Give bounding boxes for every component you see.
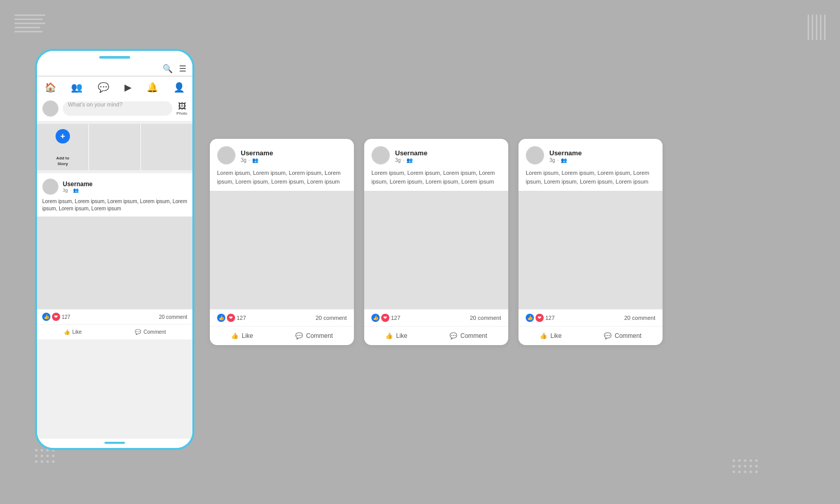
card-1-comments-count: 20 comment: [315, 315, 347, 321]
card-1-meta: 3g · 👥: [241, 157, 273, 163]
photo-icon: 🖼: [178, 102, 186, 111]
nav-messenger[interactable]: 💬: [98, 82, 109, 93]
nav-friends[interactable]: 👥: [71, 82, 82, 93]
card-2-reaction-icons: 👍 ❤ 127: [371, 314, 400, 322]
card-3-like-button[interactable]: 👍 Like: [529, 330, 572, 342]
card-3-user-info: Username 3g · 👥: [549, 148, 582, 163]
card-3-comment-button[interactable]: 💬 Comment: [594, 330, 652, 342]
card-2-actions: 👍 Like 💬 Comment: [364, 326, 508, 345]
dot: [744, 459, 746, 462]
deco-vline: [816, 14, 817, 40]
card-1-like-icon: 👍: [217, 314, 225, 322]
deco-vline: [812, 14, 813, 40]
card-3-privacy: 👥: [561, 157, 567, 163]
phone-notch: [99, 56, 130, 59]
compose-placeholder: What's on your mind?: [68, 101, 122, 107]
home-icon: 🏠: [45, 82, 56, 93]
post-text: Lorem ipsum, Lorem ipsum, Lorem ipsum, L…: [37, 198, 192, 217]
deco-line: [14, 23, 45, 24]
card-1-reactions-count: 127: [237, 315, 246, 321]
card-1-like-icon-btn: 👍: [231, 332, 239, 339]
decorative-vlines-topright: [808, 14, 826, 40]
nav-notifications[interactable]: 🔔: [147, 82, 158, 93]
deco-line: [14, 31, 43, 32]
card-3-like-icon: 👍: [526, 314, 534, 322]
like-reaction-icon: 👍: [42, 313, 50, 321]
phone-nav-icons: 🔍 ☰: [163, 64, 186, 74]
dot: [738, 471, 741, 473]
card-1-user-info: Username 3g · 👥: [241, 148, 273, 163]
card-2-meta: 3g · 👥: [395, 157, 427, 163]
messenger-icon: 💬: [98, 82, 109, 93]
post-time: 3g: [63, 188, 68, 193]
bell-icon: 🔔: [147, 82, 158, 93]
card-1-image: [210, 191, 354, 309]
card-1-comment-icon: 💬: [295, 332, 303, 339]
post-cards-area: Username 3g · 👥 Lorem ipsum, Lorem ipsum…: [210, 139, 663, 345]
card-1-dot: ·: [248, 157, 250, 163]
reactions-count: 127: [62, 314, 70, 320]
card-2-like-button[interactable]: 👍 Like: [375, 330, 418, 342]
profile-icon: 👤: [173, 82, 185, 93]
search-icon[interactable]: 🔍: [163, 64, 173, 74]
post-image: [37, 217, 192, 309]
dot: [755, 459, 758, 462]
card-2-comments-count: 20 comment: [470, 315, 501, 321]
dot-grid-bottomleft: [35, 449, 55, 463]
like-button[interactable]: 👍 Like: [53, 327, 92, 337]
dot: [755, 471, 758, 473]
card-3-username: Username: [549, 149, 582, 157]
reaction-icons: 👍 ❤ 127: [42, 313, 70, 321]
deco-vline: [824, 14, 826, 40]
dot: [46, 455, 49, 457]
card-3-love-icon: ❤: [535, 314, 544, 322]
dot: [52, 455, 55, 457]
phone-header: 🔍 ☰: [37, 62, 192, 76]
card-3-reactions-count: 127: [545, 315, 555, 321]
dot: [732, 465, 735, 467]
post-username: Username: [63, 181, 93, 188]
comment-button[interactable]: 💬 Comment: [124, 327, 176, 337]
card-2-like-icon-btn: 👍: [385, 332, 393, 339]
card-2-time: 3g: [395, 157, 401, 163]
post-header: Username 3g · 👥: [37, 173, 192, 198]
nav-home[interactable]: 🏠: [45, 82, 56, 93]
story-add-item[interactable]: + Add to Story: [37, 124, 89, 170]
meta-dot: ·: [70, 188, 71, 193]
dot: [41, 449, 43, 452]
dot: [755, 465, 758, 467]
post-actions-row: 👍 Like 💬 Comment: [37, 324, 192, 339]
phone-content-area: What's on your mind? 🖼 Photo + Add to St…: [37, 96, 192, 439]
comment-icon: 💬: [135, 329, 141, 335]
card-2-header: Username 3g · 👥: [364, 139, 508, 169]
card-2-privacy: 👥: [406, 157, 413, 163]
like-label: Like: [73, 329, 82, 335]
card-1-like-button[interactable]: 👍 Like: [221, 330, 263, 342]
card-2-love-icon: ❤: [381, 314, 389, 322]
story-item-2[interactable]: [89, 124, 141, 170]
compose-input[interactable]: What's on your mind?: [63, 101, 172, 116]
nav-video[interactable]: ▶: [124, 82, 132, 93]
menu-icon[interactable]: ☰: [179, 64, 186, 74]
card-2-comment-button[interactable]: 💬 Comment: [439, 330, 497, 342]
story-item-3[interactable]: [141, 124, 192, 170]
nav-profile[interactable]: 👤: [173, 82, 185, 93]
dot: [41, 460, 43, 463]
stories-row: + Add to Story: [37, 124, 192, 170]
card-3-like-icon-btn: 👍: [540, 332, 547, 339]
phone-bottom-bar: [37, 439, 192, 448]
dot: [52, 460, 55, 463]
card-1-comment-button[interactable]: 💬 Comment: [285, 330, 343, 342]
post-avatar: [42, 178, 59, 195]
card-2-comment-icon: 💬: [450, 332, 457, 339]
love-reaction-icon: ❤: [52, 313, 60, 321]
phone-mockup: 🔍 ☰ 🏠 👥 💬 ▶ 🔔 👤 What's on your min: [35, 49, 194, 450]
card-2-username: Username: [395, 149, 427, 157]
compose-photo-button[interactable]: 🖼 Photo: [176, 102, 187, 116]
dot: [749, 465, 752, 467]
card-1-love-icon: ❤: [227, 314, 235, 322]
deco-vline: [808, 14, 809, 40]
deco-line: [14, 19, 43, 20]
card-3-time: 3g: [549, 157, 555, 163]
phone-bottom-nav: 🏠 👥 💬 ▶ 🔔 👤: [37, 76, 192, 96]
